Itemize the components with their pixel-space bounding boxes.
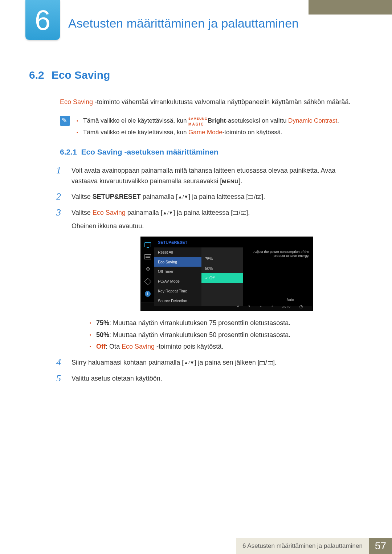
monitor-icon <box>144 242 151 247</box>
step-number: 3 <box>56 208 64 353</box>
note-text: -asetukseksi on valittu <box>226 117 288 124</box>
samsung-label: SAMSUNG <box>188 118 208 120</box>
page-footer: 6 Asetusten määrittäminen ja palauttamin… <box>236 538 392 554</box>
chapter-title: Asetusten määrittäminen ja palauttaminen <box>68 16 299 30</box>
note-item: Tämä valikko ei ole käytettävissä, kun S… <box>77 116 339 126</box>
step-body: Siirry haluamaasi kohtaan painamalla [▲/… <box>72 357 363 368</box>
setup-reset-label: SETUP&RESET <box>93 193 141 200</box>
footer-page-number: 57 <box>369 538 392 554</box>
move-icon: ✥ <box>144 266 151 272</box>
option-label: Off <box>96 343 106 350</box>
note-icon <box>60 116 70 126</box>
enter-icons: / <box>248 192 261 202</box>
step-body: Valitse Eco Saving painamalla [▲/▼] ja p… <box>72 208 363 353</box>
osd-title: SETUP&RESET <box>154 237 312 247</box>
auto-label: AUTO <box>282 305 291 309</box>
osd-auto-label: Auto <box>243 297 312 306</box>
osd-sub-item: 75% <box>201 254 243 264</box>
osd-sub-item-selected: Off <box>201 273 243 283</box>
note-list: Tämä valikko ei ole käytettävissä, kun S… <box>77 116 339 139</box>
note-text: -toiminto on käytössä. <box>222 129 282 136</box>
feature-name: Eco Saving <box>60 98 93 106</box>
subsection-number: 6.2.1 <box>60 148 77 156</box>
note-text: Tämä valikko ei ole käytettävissä, kun <box>83 129 188 136</box>
enter-icons: / <box>233 208 246 218</box>
picture-icon <box>144 254 151 260</box>
option-label: 75% <box>96 319 109 327</box>
osd-sub-item: 50% <box>201 264 243 274</box>
section-title: Eco Saving <box>52 69 110 81</box>
bullet-item: 50%: Muuttaa näytön virrankulutuksen 50 … <box>90 329 363 341</box>
osd-menu-item: PC/AV Mode <box>154 276 201 286</box>
game-mode-label: Game Mode <box>188 129 222 136</box>
section-number: 6.2 <box>29 69 44 81</box>
subsection-title: Eco Saving -asetuksen määrittäminen <box>81 148 218 156</box>
step-body: Valitse SETUP&RESET painamalla [▲/▼] ja … <box>72 192 363 202</box>
step-number: 5 <box>56 373 64 384</box>
left-icon: ◄ <box>236 304 239 309</box>
osd-menu-item-selected: Eco Saving <box>154 257 201 267</box>
header-accent-bar <box>309 0 392 15</box>
magic-label: MAGIC <box>188 123 204 126</box>
osd-right-pane: Adjust the power consumption of the prod… <box>243 247 312 306</box>
step-body: Valittu asetus otetaan käyttöön. <box>72 373 363 384</box>
osd-description: Adjust the power consumption of the prod… <box>243 247 312 258</box>
osd-menu-item: Source Detection <box>154 296 201 306</box>
bright-label: Bright <box>208 117 226 124</box>
option-label: 50% <box>96 331 109 338</box>
eco-saving-label: Eco Saving <box>122 343 155 350</box>
up-down-icon: ▲/▼ <box>184 359 194 367</box>
note-block: Tämä valikko ei ole käytettävissä, kun S… <box>60 116 363 139</box>
intro-text: -toiminto vähentää virrankulutusta valvo… <box>93 98 350 106</box>
step-item: 3 Valitse Eco Saving painamalla [▲/▼] ja… <box>56 208 363 353</box>
menu-key-label: MENU <box>222 178 238 184</box>
enter-icons: / <box>260 358 273 368</box>
note-item: Tämä valikko ei ole käytettävissä, kun G… <box>77 127 339 137</box>
eco-saving-label: Eco Saving <box>93 209 126 216</box>
up-down-icon: ▲/▼ <box>178 193 188 201</box>
osd-menu-list: Reset All Eco Saving Off Timer PC/AV Mod… <box>154 247 201 306</box>
step-number: 4 <box>56 357 64 368</box>
steps-list: 1 Voit avata avainoppaan painamalla mitä… <box>56 165 363 383</box>
step-item: 1 Voit avata avainoppaan painamalla mitä… <box>56 165 363 186</box>
power-icon <box>299 305 303 308</box>
step-subtext: Oheinen ikkuna avautuu. <box>72 221 363 231</box>
section-heading: 6.2 Eco Saving <box>29 69 363 81</box>
note-text: Tämä valikko ei ole käytettävissä, kun <box>83 117 188 124</box>
osd-submenu: 75% 50% Off <box>201 247 243 306</box>
intro-paragraph: Eco Saving -toiminto vähentää virrankulu… <box>60 98 363 107</box>
step-item: 2 Valitse SETUP&RESET painamalla [▲/▼] j… <box>56 192 363 202</box>
step-item: 5 Valittu asetus otetaan käyttöön. <box>56 373 363 384</box>
bullet-item: Off: Ota Eco Saving -toiminto pois käytö… <box>90 341 363 352</box>
step-number: 2 <box>56 192 64 202</box>
subsection-heading: 6.2.1 Eco Saving -asetuksen määrittämine… <box>60 148 363 156</box>
up-icon: ▲ <box>260 304 262 309</box>
osd-menu-item: Off Timer <box>154 267 201 276</box>
enter-icon: ↲ <box>271 304 274 309</box>
option-bullets: 75%: Muuttaa näytön virrankulutuksen 75 … <box>90 317 363 352</box>
up-down-icon: ▲/▼ <box>163 209 173 217</box>
osd-menu-item: Reset All <box>154 247 201 257</box>
dynamic-contrast-label: Dynamic Contrast <box>288 117 337 124</box>
step-number: 1 <box>56 165 64 186</box>
setup-icon <box>144 279 151 284</box>
chapter-number: 6 <box>35 4 50 37</box>
down-icon: ▼ <box>248 304 251 309</box>
chapter-tab: 6 <box>25 0 60 40</box>
osd-sidebar: ✥ i <box>141 237 154 303</box>
page-content: 6.2 Eco Saving Eco Saving -toiminto vähe… <box>29 69 363 389</box>
osd-screenshot: ✥ i SETUP&RESET Reset All Eco Saving Off… <box>140 237 313 311</box>
bullet-item: 75%: Muuttaa näytön virrankulutuksen 75 … <box>90 317 363 329</box>
footer-chapter-label: 6 Asetusten määrittäminen ja palauttamin… <box>236 538 369 554</box>
step-item: 4 Siirry haluamaasi kohtaan painamalla [… <box>56 357 363 368</box>
step-body: Voit avata avainoppaan painamalla mitä t… <box>72 165 363 186</box>
info-icon: i <box>144 291 151 297</box>
osd-menu-item: Key Repeat Time <box>154 286 201 296</box>
